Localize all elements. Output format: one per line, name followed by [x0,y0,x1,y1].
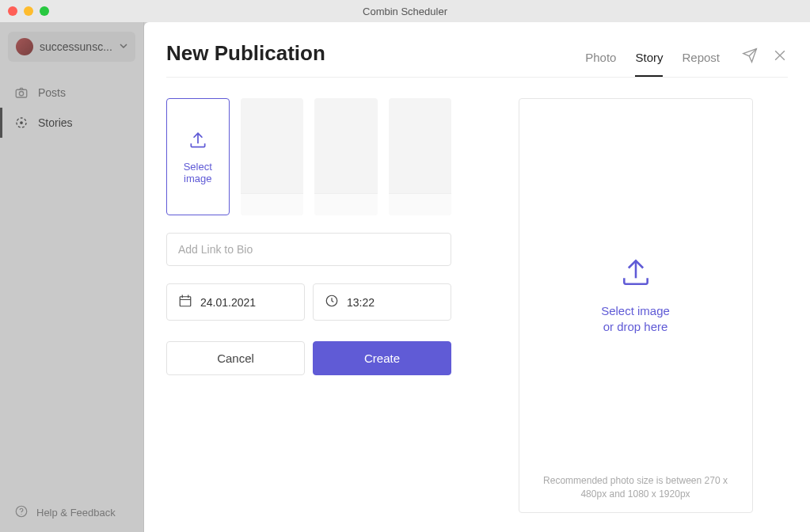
tab-story[interactable]: Story [635,51,663,77]
sidebar: successunsc... Posts Stories [0,22,144,532]
panel-title: New Publication [166,41,585,77]
svg-rect-0 [16,89,27,97]
svg-point-1 [19,92,23,96]
close-icon[interactable] [772,48,788,66]
account-switcher[interactable]: successunsc... [8,32,135,62]
tab-repost[interactable]: Repost [682,51,720,77]
time-value: 13:22 [347,296,375,309]
avatar [16,38,33,55]
send-icon[interactable] [742,48,758,66]
preview-line-2: or drop here [601,319,670,335]
window-title: Combin Scheduler [0,6,810,17]
link-to-bio-input[interactable] [166,233,451,266]
window-titlebar: Combin Scheduler [0,0,810,22]
sidebar-item-stories[interactable]: Stories [0,108,143,138]
preview-size-note: Recommended photo size is between 270 x … [534,474,738,501]
calendar-icon [178,294,192,310]
chevron-down-icon [120,41,127,52]
sidebar-item-label: Posts [38,86,66,99]
upload-icon [618,255,653,292]
time-input[interactable]: 13:22 [313,283,451,321]
date-input[interactable]: 24.01.2021 [166,283,305,321]
new-publication-panel: New Publication Photo Story Repost [144,22,810,532]
date-value: 24.01.2021 [200,296,256,309]
story-preview-dropzone[interactable]: Select image or drop here Recommended ph… [519,98,753,513]
story-icon [14,116,29,130]
slot-label-2: image [184,173,212,184]
help-feedback-link[interactable]: Help & Feedback [0,493,143,532]
image-slot-empty[interactable] [389,98,451,215]
camera-icon [14,86,29,100]
svg-point-3 [20,121,23,124]
account-name: successunsc... [40,40,113,53]
select-image-slot[interactable]: Select image [166,98,230,215]
help-icon [14,504,29,521]
preview-line-1: Select image [601,303,670,319]
image-slot-empty[interactable] [314,98,377,215]
upload-icon [188,130,208,153]
help-label: Help & Feedback [36,507,116,519]
image-slot-empty[interactable] [241,98,303,215]
tab-photo[interactable]: Photo [585,51,616,77]
sidebar-item-posts[interactable]: Posts [0,78,143,108]
sidebar-item-label: Stories [38,116,73,129]
svg-point-5 [21,514,21,515]
slot-label-1: Select [184,161,212,173]
clock-icon [325,294,339,310]
create-button[interactable]: Create [313,341,451,375]
cancel-button[interactable]: Cancel [166,341,305,375]
svg-rect-6 [180,297,191,306]
